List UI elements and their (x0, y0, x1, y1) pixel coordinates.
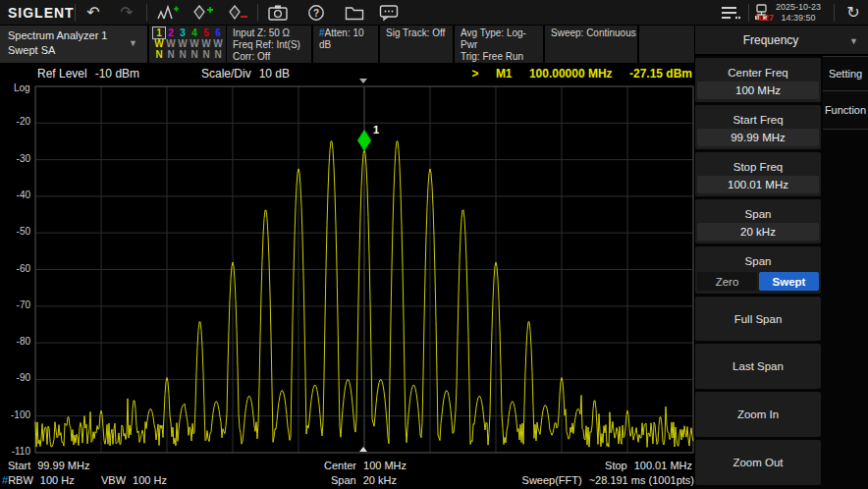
input-settings-panel[interactable]: Input Z: 50 Ω Freq Ref: Int(S) Corr: Off (227, 26, 311, 63)
sweep-time-readout: Sweep(FFT)~28.191 ms (1001pts) (522, 474, 694, 486)
analyzer-subtitle: Swept SA (8, 44, 55, 56)
status-header-row: Spectrum Analyzer 1 Swept SA ▼ 1WN2WN3WN… (0, 26, 695, 63)
sweep-mode-panel[interactable]: Sweep: Continuous (545, 26, 637, 63)
center-freq-button[interactable]: Center Freq 100 MHz (695, 58, 821, 102)
atten-text: #Atten: 10 dB (319, 27, 378, 51)
center-freq-value: 100 MHz (697, 82, 819, 99)
atten-panel[interactable]: #Atten: 10 dB (313, 26, 378, 63)
start-freq-value: 99.99 MHz (697, 129, 819, 146)
peak-search-icon[interactable] (157, 3, 179, 23)
y-tick-label: -50 (0, 226, 30, 237)
trace-indicator-6[interactable]: 6WN (212, 27, 224, 60)
stop-freq-button[interactable]: Stop Freq 100.01 MHz (695, 152, 821, 196)
screenshot-camera-icon[interactable] (267, 3, 289, 23)
toolbar-divider (257, 4, 258, 22)
menu-title-dropdown[interactable]: Frequency ▼ (695, 26, 868, 56)
trace-indicator-4[interactable]: 4WN (189, 27, 200, 60)
menu-list-icon[interactable] (720, 3, 741, 23)
help-icon[interactable]: ? (305, 3, 327, 23)
start-freq-button[interactable]: Start Freq 99.99 MHz (695, 105, 821, 149)
span-swept-option[interactable]: Swept (759, 272, 819, 291)
datetime-display: 2025-10-23 14:39:50 (771, 2, 826, 24)
y-tick-label: -20 (0, 116, 30, 127)
top-toolbar: SIGLENT ↶ ↷ (0, 0, 868, 26)
tab-function[interactable]: Function (823, 91, 868, 130)
toolbar-divider (748, 4, 749, 22)
chevron-down-icon: ▼ (849, 36, 858, 46)
ref-level-row: Ref Level-10 dBm Scale/Div10 dB > M1 100… (0, 63, 695, 84)
footer-status-bar: Start99.99 MHz Center100 MHz Stop100.01 … (0, 459, 695, 489)
marker1-label: 1 (373, 124, 379, 136)
scale-div-value: 10 dB (259, 67, 290, 81)
zoom-in-button[interactable]: Zoom In (695, 392, 821, 437)
y-tick-label: -60 (0, 263, 30, 274)
delete-marker-icon[interactable] (227, 3, 248, 23)
zoom-out-button[interactable]: Zoom Out (695, 440, 821, 485)
analyzer-mode-select[interactable]: Spectrum Analyzer 1 Swept SA ▼ (0, 26, 147, 63)
toolbar-divider (834, 4, 835, 22)
spectrum-analyzer-screen: SIGLENT ↶ ↷ (0, 0, 868, 489)
restart-icon[interactable]: ↻ (842, 3, 864, 23)
siglent-logo: SIGLENT (8, 5, 75, 21)
marker-prefix: > (472, 67, 479, 81)
y-tick-label: -90 (0, 372, 30, 383)
tab-setting[interactable]: Setting (823, 56, 868, 91)
ref-level-label: Ref Level (37, 67, 87, 81)
y-tick-label: -30 (0, 153, 30, 164)
trace-indicator-2[interactable]: 2WN (165, 27, 177, 60)
y-tick-label: -80 (0, 336, 30, 347)
header-filler-panel (639, 26, 694, 63)
file-folder-icon[interactable] (344, 3, 365, 23)
span-value: 20 kHz (697, 223, 819, 241)
ref-level-control[interactable]: Ref Level-10 dBm (37, 67, 139, 81)
undo-icon[interactable]: ↶ (82, 3, 104, 23)
y-tick-label: -110 (0, 446, 30, 457)
marker-amplitude: -27.15 dBm (629, 67, 692, 81)
start-freq-readout: Start99.99 MHz (8, 460, 89, 471)
y-tick-label: -100 (0, 409, 30, 420)
message-bubble-icon[interactable] (378, 3, 400, 23)
toolbar-divider (75, 4, 76, 22)
center-freq-top-marker-icon (359, 79, 367, 83)
trace-table[interactable]: 1WN2WN3WN4WN5WN6WN (149, 26, 226, 63)
stop-freq-value: 100.01 MHz (697, 176, 819, 193)
redo-icon[interactable]: ↷ (116, 3, 137, 23)
center-freq-bottom-marker-icon (359, 447, 367, 452)
amplitude-scale-label: Log (14, 82, 30, 93)
y-tick-label: -40 (0, 190, 30, 200)
scale-div-control[interactable]: Scale/Div10 dB (201, 67, 290, 81)
corr-text: Corr: Off (233, 51, 311, 63)
span-zero-option[interactable]: Zero (697, 272, 757, 291)
trace-indicator-5[interactable]: 5WN (200, 27, 212, 60)
span-mode-toggle: Span Zero Swept (695, 246, 821, 294)
avg-type-text: Avg Type: Log-Pwr (461, 27, 543, 51)
trace-indicator-1[interactable]: 1WN (153, 27, 165, 60)
spectrum-trace-svg: 1 (34, 85, 694, 454)
vbw-readout: VBW100 Hz (101, 474, 167, 486)
center-freq-readout: Center100 MHz (324, 460, 407, 471)
svg-text:?: ? (313, 8, 319, 19)
time-text: 14:39:50 (771, 13, 826, 24)
sidebar-tab-column: Setting Function (823, 56, 868, 130)
analyzer-title: Spectrum Analyzer 1 (8, 29, 108, 41)
trace-indicator-3[interactable]: 3WN (177, 27, 189, 60)
sig-track-text: Sig Track: Off (386, 27, 453, 39)
freq-ref-text: Freq Ref: Int(S) (233, 39, 311, 51)
avg-trig-panel[interactable]: Avg Type: Log-Pwr Trig: Free Run (455, 26, 543, 63)
last-span-button[interactable]: Last Span (695, 344, 821, 389)
scale-div-label: Scale/Div (201, 67, 251, 81)
input-z-text: Input Z: 50 Ω (233, 27, 311, 39)
full-span-button[interactable]: Full Span (695, 297, 821, 341)
date-text: 2025-10-23 (771, 2, 826, 13)
spectrum-plot-area[interactable]: Log -20-30-40-50-60-70-80-90-100-110 1 (0, 84, 695, 459)
add-marker-icon[interactable] (192, 3, 214, 23)
sweep-mode-text: Sweep: Continuous (551, 27, 637, 39)
rbw-readout: #RBW100 Hz (2, 474, 75, 486)
marker1-diamond-icon[interactable] (357, 130, 371, 151)
y-tick-label: -70 (0, 299, 30, 310)
marker-readout: > M1 100.00000 MHz -27.15 dBm (472, 67, 692, 81)
menu-title: Frequency (695, 33, 846, 47)
span-button[interactable]: Span 20 kHz (695, 199, 821, 244)
frequency-menu-sidebar: Frequency ▼ Center Freq 100 MHz Start Fr… (695, 26, 868, 489)
sig-track-panel[interactable]: Sig Track: Off (380, 26, 453, 63)
